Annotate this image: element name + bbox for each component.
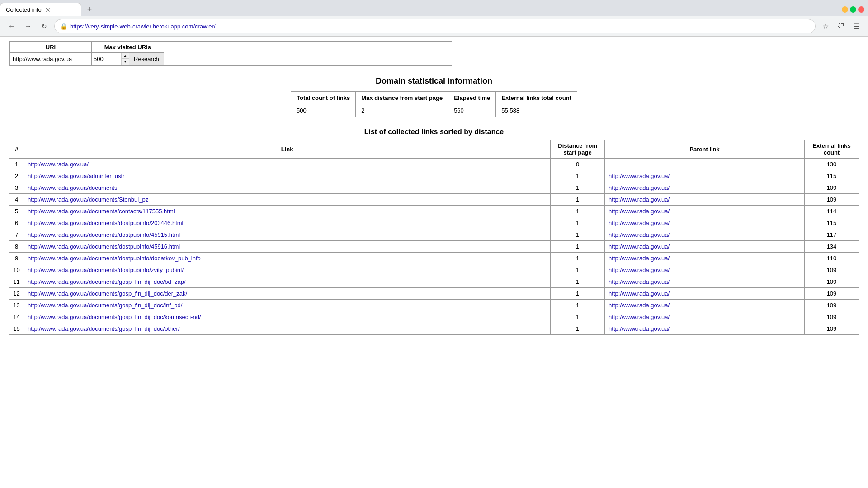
row-parent[interactable]: http://www.rada.gov.ua/ bbox=[605, 253, 805, 264]
row-num: 2 bbox=[9, 170, 24, 182]
row-link[interactable]: http://www.rada.gov.ua/adminter_ustr bbox=[24, 170, 551, 182]
max-uri-up-button[interactable]: ▲ bbox=[122, 53, 129, 59]
stats-header-distance: Max distance from start page bbox=[356, 92, 448, 104]
new-tab-button[interactable]: + bbox=[83, 3, 96, 16]
bookmark-button[interactable]: ☆ bbox=[819, 20, 832, 33]
row-ext-count: 115 bbox=[805, 170, 859, 182]
minimize-button[interactable] bbox=[842, 6, 848, 13]
maximize-button[interactable] bbox=[850, 6, 856, 13]
row-link[interactable]: http://www.rada.gov.ua/documents/dostpub… bbox=[24, 253, 551, 264]
links-list-title: List of collected links sorted by distan… bbox=[9, 128, 859, 136]
uri-form: URI Max visited URIs ▲ ▼ Research bbox=[9, 41, 452, 66]
stats-table: Total count of links Max distance from s… bbox=[291, 91, 577, 117]
row-num: 14 bbox=[9, 311, 24, 323]
address-bar-wrap: 🔒 bbox=[54, 19, 816, 33]
row-distance: 1 bbox=[551, 182, 605, 194]
row-distance: 1 bbox=[551, 170, 605, 182]
col-header-parent: Parent link bbox=[605, 140, 805, 159]
row-parent[interactable]: http://www.rada.gov.ua/ bbox=[605, 311, 805, 323]
table-row: 4http://www.rada.gov.ua/documents/Stenbu… bbox=[9, 194, 859, 206]
close-button[interactable] bbox=[858, 6, 864, 13]
row-parent[interactable] bbox=[605, 159, 805, 170]
uri-input[interactable] bbox=[10, 54, 91, 64]
row-num: 5 bbox=[9, 206, 24, 217]
row-ext-count: 115 bbox=[805, 217, 859, 229]
max-uri-cell: ▲ ▼ Research bbox=[92, 53, 164, 65]
max-uri-column-header: Max visited URIs bbox=[92, 42, 164, 53]
active-tab[interactable]: Collected info ✕ bbox=[0, 3, 81, 16]
row-ext-count: 114 bbox=[805, 206, 859, 217]
col-header-num: # bbox=[9, 140, 24, 159]
row-distance: 1 bbox=[551, 229, 605, 241]
stats-value-distance: 2 bbox=[356, 104, 448, 117]
row-distance: 1 bbox=[551, 300, 605, 311]
row-link[interactable]: http://www.rada.gov.ua/ bbox=[24, 159, 551, 170]
address-bar[interactable] bbox=[70, 23, 810, 30]
stats-header-external: External links total count bbox=[496, 92, 577, 104]
row-link[interactable]: http://www.rada.gov.ua/documents/gosp_fi… bbox=[24, 300, 551, 311]
browser-actions: ☆ 🛡 ☰ bbox=[819, 20, 863, 33]
max-uri-input[interactable] bbox=[92, 53, 121, 65]
col-header-extcount: External linkscount bbox=[805, 140, 859, 159]
row-link[interactable]: http://www.rada.gov.ua/documents/dostpub… bbox=[24, 217, 551, 229]
row-link[interactable]: http://www.rada.gov.ua/documents/gosp_fi… bbox=[24, 323, 551, 335]
browser-chrome: Collected info ✕ + ← → ↻ 🔒 ☆ 🛡 ☰ bbox=[0, 0, 868, 37]
row-parent[interactable]: http://www.rada.gov.ua/ bbox=[605, 264, 805, 276]
row-ext-count: 109 bbox=[805, 323, 859, 335]
uri-column-header: URI bbox=[10, 42, 92, 53]
row-link[interactable]: http://www.rada.gov.ua/documents bbox=[24, 182, 551, 194]
row-parent[interactable]: http://www.rada.gov.ua/ bbox=[605, 194, 805, 206]
row-parent[interactable]: http://www.rada.gov.ua/ bbox=[605, 276, 805, 288]
row-parent[interactable]: http://www.rada.gov.ua/ bbox=[605, 206, 805, 217]
row-parent[interactable]: http://www.rada.gov.ua/ bbox=[605, 182, 805, 194]
row-link[interactable]: http://www.rada.gov.ua/documents/dostpub… bbox=[24, 264, 551, 276]
row-link[interactable]: http://www.rada.gov.ua/documents/dostpub… bbox=[24, 241, 551, 253]
row-parent[interactable]: http://www.rada.gov.ua/ bbox=[605, 323, 805, 335]
row-parent[interactable]: http://www.rada.gov.ua/ bbox=[605, 229, 805, 241]
row-ext-count: 109 bbox=[805, 288, 859, 300]
row-link[interactable]: http://www.rada.gov.ua/documents/gosp_fi… bbox=[24, 311, 551, 323]
row-ext-count: 109 bbox=[805, 264, 859, 276]
table-row: 1http://www.rada.gov.ua/0130 bbox=[9, 159, 859, 170]
forward-button[interactable]: → bbox=[22, 20, 34, 33]
row-num: 10 bbox=[9, 264, 24, 276]
domain-stats-title: Domain statistical information bbox=[9, 76, 859, 86]
row-ext-count: 130 bbox=[805, 159, 859, 170]
table-row: 11http://www.rada.gov.ua/documents/gosp_… bbox=[9, 276, 859, 288]
row-link[interactable]: http://www.rada.gov.ua/documents/gosp_fi… bbox=[24, 276, 551, 288]
research-button[interactable]: Research bbox=[129, 53, 164, 65]
table-row: 15http://www.rada.gov.ua/documents/gosp_… bbox=[9, 323, 859, 335]
menu-button[interactable]: ☰ bbox=[850, 20, 863, 33]
row-num: 3 bbox=[9, 182, 24, 194]
row-num: 8 bbox=[9, 241, 24, 253]
row-link[interactable]: http://www.rada.gov.ua/documents/contact… bbox=[24, 206, 551, 217]
back-button[interactable]: ← bbox=[5, 20, 18, 33]
row-num: 6 bbox=[9, 217, 24, 229]
row-ext-count: 109 bbox=[805, 300, 859, 311]
tab-close-button[interactable]: ✕ bbox=[45, 6, 51, 14]
row-parent[interactable]: http://www.rada.gov.ua/ bbox=[605, 170, 805, 182]
links-list-section: List of collected links sorted by distan… bbox=[9, 128, 859, 335]
row-link[interactable]: http://www.rada.gov.ua/documents/dostpub… bbox=[24, 229, 551, 241]
reload-button[interactable]: ↻ bbox=[38, 20, 51, 33]
stats-value-links: 500 bbox=[291, 104, 356, 117]
stats-header-elapsed: Elapsed time bbox=[448, 92, 496, 104]
row-distance: 1 bbox=[551, 323, 605, 335]
max-uri-down-button[interactable]: ▼ bbox=[122, 59, 129, 65]
row-parent[interactable]: http://www.rada.gov.ua/ bbox=[605, 241, 805, 253]
uri-input-cell bbox=[10, 53, 92, 65]
row-num: 13 bbox=[9, 300, 24, 311]
table-row: 6http://www.rada.gov.ua/documents/dostpu… bbox=[9, 217, 859, 229]
table-row: 13http://www.rada.gov.ua/documents/gosp_… bbox=[9, 300, 859, 311]
row-link[interactable]: http://www.rada.gov.ua/documents/gosp_fi… bbox=[24, 288, 551, 300]
row-num: 11 bbox=[9, 276, 24, 288]
table-row: 14http://www.rada.gov.ua/documents/gosp_… bbox=[9, 311, 859, 323]
shield-button[interactable]: 🛡 bbox=[835, 20, 847, 33]
stats-value-external: 55,588 bbox=[496, 104, 577, 117]
row-parent[interactable]: http://www.rada.gov.ua/ bbox=[605, 217, 805, 229]
row-link[interactable]: http://www.rada.gov.ua/documents/Stenbul… bbox=[24, 194, 551, 206]
table-row: 3http://www.rada.gov.ua/documents1http:/… bbox=[9, 182, 859, 194]
row-parent[interactable]: http://www.rada.gov.ua/ bbox=[605, 300, 805, 311]
row-distance: 0 bbox=[551, 159, 605, 170]
row-parent[interactable]: http://www.rada.gov.ua/ bbox=[605, 288, 805, 300]
